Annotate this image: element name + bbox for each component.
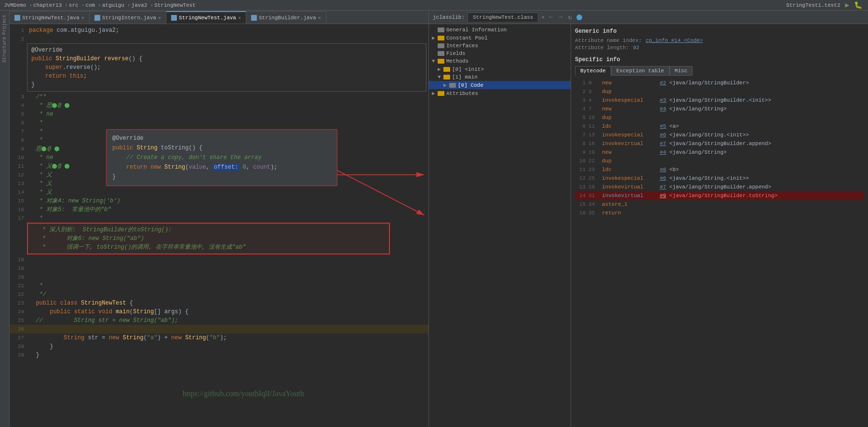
code-line-3: 3 /** (10, 93, 428, 101)
code-line-1: 1 package com.atguigu.java2; (10, 26, 428, 35)
bc-line-5: 5 10 dup (575, 113, 864, 122)
tab-close-1[interactable]: ✕ (81, 15, 84, 21)
tree-label-interfaces: Interfaces (446, 43, 478, 49)
tab-close-3[interactable]: ✕ (238, 15, 241, 21)
bc-line-10: 10 22 dup (575, 157, 864, 165)
tab-icon-1 (14, 15, 20, 21)
bc-line-14: 14 31 invokevirtual #9 <java/lang/String… (575, 191, 864, 200)
tab-icon-3 (171, 15, 177, 21)
breadcrumb: JVMDemo › chapter13 › src › com › atguig… (4, 2, 786, 8)
bc-line-11: 11 23 ldc #8 <b> (575, 165, 864, 174)
tab-bytecode[interactable]: Bytecode (575, 66, 611, 76)
tab-close-4[interactable]: ✕ (318, 15, 321, 21)
code-line-26: 26 (10, 325, 428, 334)
tree-code[interactable]: ▶ [0] Code (429, 81, 571, 89)
tooltip-line-5: } (112, 172, 331, 182)
attributes-icon (438, 91, 444, 96)
back-button[interactable]: ← (548, 13, 554, 21)
tree-constant-pool[interactable]: ▶ Constant Pool (429, 34, 571, 42)
specific-info-title: Specific info (575, 56, 864, 63)
jclasslib-label: jclasslib: (433, 14, 465, 20)
tab-exception-table[interactable]: Exception table (611, 66, 669, 76)
init-icon (443, 67, 450, 72)
tree-fields[interactable]: Fields (429, 50, 571, 57)
attr-length-label: Attribute length: (575, 45, 629, 51)
code-line-25: 25 // String str = new String("ab"); (10, 316, 428, 325)
debug-button[interactable]: 🐛 (854, 1, 862, 9)
code-line-brace: } (29, 80, 424, 89)
refresh-button[interactable]: ↻ (567, 13, 574, 21)
bc-line-4: 4 7 new #4 <java/lang/String> (575, 105, 864, 113)
breadcrumb-class: StringNewTest (154, 2, 196, 8)
breadcrumb-project: JVMDemo (4, 2, 26, 8)
tab-stringbuilder[interactable]: StringBuilder.java ✕ (246, 11, 326, 24)
tree-general-info[interactable]: General Information (429, 26, 571, 34)
code-line-29: 29 } (10, 351, 428, 360)
code-line-5: 5 * ne (10, 110, 428, 119)
bc-line-9: 9 19 new #4 <java/lang/String> (575, 148, 864, 157)
jclasslib-content: General Information ▶ Constant Pool Inte… (429, 24, 868, 427)
code-line-19: 19 (10, 264, 428, 273)
breadcrumb-com: com (85, 2, 95, 8)
main-icon (443, 75, 450, 80)
tab-close-2[interactable]: ✕ (158, 15, 161, 21)
code-line-15: 15 * 对象4: new String('b') (10, 197, 428, 205)
left-strip: Project Structure (0, 11, 10, 427)
tab-label-4: StringBuilder.java (259, 15, 316, 21)
code-line-27: 27 String str = new String("a") + new St… (10, 334, 428, 342)
code-line-19-inner: * 对象6: new String("ab") (30, 234, 387, 243)
tree-main[interactable]: ▼ [1] main (429, 73, 571, 81)
tab-icon-2 (94, 15, 100, 21)
top-bar: JVMDemo › chapter13 › src › com › atguig… (0, 0, 868, 11)
main-container: Project Structure StringNewTest.java ✕ S… (0, 11, 868, 427)
tab-label-1: StringNewTest.java (22, 15, 80, 21)
generic-info-section: Generic info Attribute name index: cp_in… (575, 28, 864, 51)
tree-init[interactable]: ▶ [0] <init> (429, 65, 571, 73)
methods-icon (438, 59, 444, 64)
tree-label-attributes: Attributes (446, 91, 478, 96)
code-line-23: 23 public class StringNewTest { (10, 299, 428, 307)
bc-line-16: 16 35 return (575, 209, 864, 217)
tooltip-line-2: public Stringpublic String toString() { … (112, 143, 331, 153)
breadcrumb-chapter: chapter13 (33, 2, 62, 8)
code-line-24: 24 public static void main(String[] args… (10, 307, 428, 316)
tree-methods[interactable]: ▼ Methods (429, 57, 571, 65)
tab-label-3: StringNewTest.java (179, 15, 236, 21)
top-bar-right: StringTest1.test2 ▶ 🐛 (786, 1, 864, 9)
tab-icon-4 (251, 15, 257, 21)
tree-label-constant-pool: Constant Pool (446, 35, 488, 41)
bc-line-12: 12 25 invokespecial #6 <java/lang/String… (575, 174, 864, 183)
bc-line-3: 3 4 invokespecial #3 <java/lang/StringBu… (575, 96, 864, 105)
tab-misc[interactable]: Misc (669, 66, 693, 76)
close-tab-icon[interactable]: ✕ (541, 14, 545, 20)
tree-interfaces[interactable]: Interfaces (429, 42, 571, 50)
code-line-18: 18 (10, 255, 428, 264)
tree-label-init: [0] <init> (452, 67, 484, 72)
code-line-20: 20 (10, 273, 428, 281)
jclasslib-header: jclasslib: StringNewTest.class ✕ ← → ↻ (429, 11, 868, 24)
tab-stringnewtest-1[interactable]: StringNewTest.java ✕ (10, 11, 90, 24)
tree-label-fields: Fields (446, 51, 466, 56)
code-line-21: 21 * (10, 281, 428, 290)
tooltip-line-1: @Override (112, 133, 331, 143)
attr-length-row: Attribute length: 92 (575, 45, 864, 51)
tab-stringnewtest-active[interactable]: StringNewTest.java ✕ (166, 11, 246, 24)
code-line-20-inner: * 强调一下, toString()的调用, 在字符串常量池中, 没有生成"ab… (30, 243, 387, 252)
attr-name-row: Attribute name index: cp_info #14 <Code> (575, 38, 864, 43)
general-info-icon (438, 27, 444, 32)
code-line-18-inner: * 深入剖析: StringBuilder的toString(): (30, 226, 387, 234)
tree-attributes[interactable]: ▶ Attributes (429, 89, 571, 97)
attr-name-value[interactable]: cp_info #14 <Code> (646, 38, 703, 43)
editor-content[interactable]: 1 package com.atguigu.java2; 2 @Override (10, 24, 428, 427)
detail-panel: Generic info Attribute name index: cp_in… (571, 24, 868, 427)
code-line-override-sig: public StringBuilder reverse() { (29, 54, 424, 63)
jclasslib-tab[interactable]: StringNewTest.class (467, 13, 538, 22)
code-line-28: 28 } (10, 342, 428, 351)
right-panel: jclasslib: StringNewTest.class ✕ ← → ↻ G… (429, 11, 868, 427)
code-line-16: 16 * 对象5: 常量池中的"b" (10, 205, 428, 214)
run-button[interactable]: ▶ (845, 1, 849, 9)
code-line-14: 14 * 乂 (10, 188, 428, 197)
tab-stringintern[interactable]: StringIntern.java ✕ (90, 11, 166, 24)
constant-pool-icon (438, 36, 444, 40)
forward-button[interactable]: → (557, 13, 564, 21)
